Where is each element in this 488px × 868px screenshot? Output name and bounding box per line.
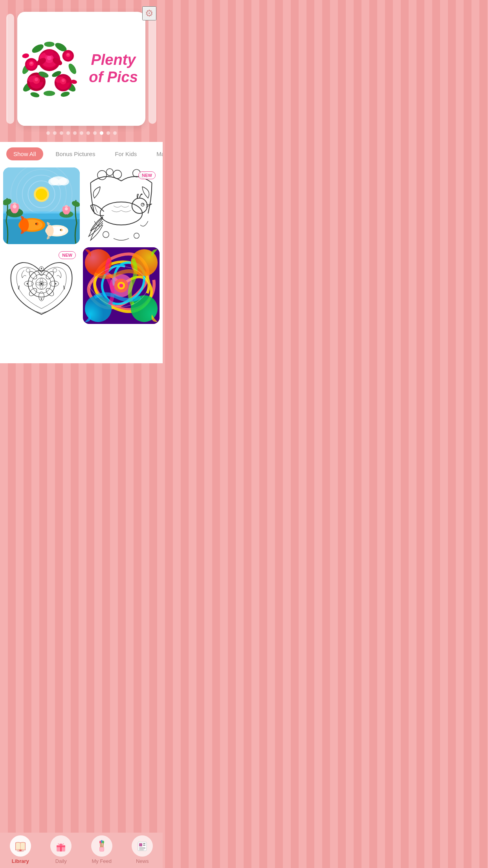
hero-section: ⚙ bbox=[0, 0, 163, 142]
svg-point-65 bbox=[20, 218, 29, 232]
carousel-side-left bbox=[6, 14, 14, 124]
svg-point-40 bbox=[30, 91, 40, 98]
gear-icon: ⚙ bbox=[145, 8, 154, 19]
carousel-dot-8[interactable] bbox=[93, 131, 97, 135]
svg-point-3 bbox=[67, 63, 78, 75]
carousel-dot-3[interactable] bbox=[60, 131, 63, 135]
image-grid: NEW bbox=[0, 166, 163, 363]
grid-item-koi[interactable] bbox=[3, 167, 80, 244]
svg-point-76 bbox=[48, 178, 59, 186]
svg-point-16 bbox=[45, 50, 53, 56]
carousel-dot-10[interactable] bbox=[106, 131, 110, 135]
hero-image bbox=[17, 12, 81, 126]
rose-illustration bbox=[20, 15, 78, 123]
svg-point-50 bbox=[36, 189, 47, 200]
grid-item-swirls[interactable] bbox=[83, 247, 160, 324]
svg-point-106 bbox=[41, 268, 42, 269]
hero-title: Plenty of Pics bbox=[89, 51, 138, 86]
settings-button[interactable]: ⚙ bbox=[142, 6, 156, 20]
svg-point-109 bbox=[55, 283, 57, 285]
carousel-dot-5[interactable] bbox=[73, 131, 77, 135]
filter-tab-mandala[interactable]: Mandala bbox=[149, 147, 163, 160]
svg-point-77 bbox=[58, 178, 69, 186]
carousel-dots bbox=[6, 126, 156, 142]
grid-item-bird[interactable]: NEW bbox=[83, 167, 160, 244]
svg-point-13 bbox=[47, 55, 52, 60]
svg-point-41 bbox=[60, 91, 70, 97]
svg-point-108 bbox=[26, 283, 28, 285]
svg-point-28 bbox=[62, 79, 65, 82]
svg-point-72 bbox=[60, 229, 61, 231]
koi-image bbox=[3, 167, 80, 244]
svg-point-36 bbox=[67, 53, 69, 55]
carousel-dot-7[interactable] bbox=[86, 131, 90, 135]
carousel-dot-1[interactable] bbox=[46, 131, 50, 135]
carousel-dot-2[interactable] bbox=[53, 131, 57, 135]
svg-point-6 bbox=[44, 42, 54, 47]
filter-tab-showall[interactable]: Show All bbox=[6, 147, 43, 160]
carousel-dot-9[interactable] bbox=[100, 131, 103, 135]
svg-point-58 bbox=[13, 205, 17, 209]
new-badge-bird: NEW bbox=[138, 171, 156, 179]
swirls-image bbox=[83, 247, 160, 324]
grid-item-heart[interactable]: NEW bbox=[3, 247, 80, 324]
svg-point-62 bbox=[65, 207, 68, 210]
svg-point-107 bbox=[41, 298, 42, 300]
svg-point-22 bbox=[35, 78, 38, 81]
carousel-wrapper: Plenty of Pics bbox=[6, 12, 156, 142]
svg-point-118 bbox=[119, 284, 123, 288]
svg-point-87 bbox=[143, 204, 144, 205]
filter-tabs: Show All Bonus Pictures For Kids Mandala bbox=[0, 142, 163, 166]
svg-point-42 bbox=[22, 53, 29, 59]
carousel-dot-11[interactable] bbox=[113, 131, 117, 135]
carousel-dot-4[interactable] bbox=[66, 131, 70, 135]
hero-card[interactable]: Plenty of Pics bbox=[17, 12, 145, 126]
new-badge-heart: NEW bbox=[59, 251, 76, 259]
hero-text-area: Plenty of Pics bbox=[81, 12, 145, 126]
svg-point-39 bbox=[44, 91, 55, 96]
svg-point-32 bbox=[30, 62, 33, 64]
carousel-dot-6[interactable] bbox=[80, 131, 83, 135]
carousel-container: Plenty of Pics bbox=[6, 12, 156, 126]
filter-tab-forkids[interactable]: For Kids bbox=[108, 147, 144, 160]
svg-point-67 bbox=[35, 223, 37, 224]
svg-point-70 bbox=[46, 225, 54, 236]
filter-tab-bonus[interactable]: Bonus Pictures bbox=[49, 147, 103, 160]
carousel-side-right bbox=[149, 14, 156, 124]
